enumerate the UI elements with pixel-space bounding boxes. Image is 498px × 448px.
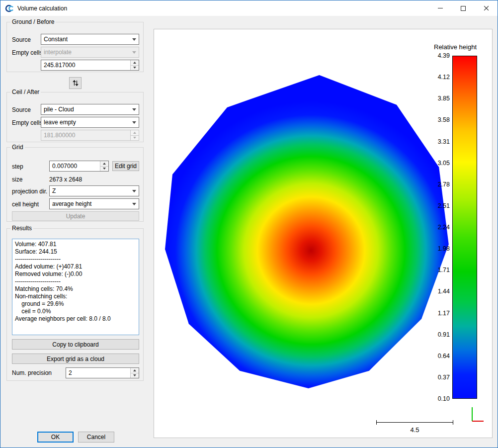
spinner-buttons[interactable] <box>130 368 139 378</box>
edit-grid-label: Edit grid <box>115 163 137 170</box>
color-scale-bar <box>452 56 477 399</box>
volume-calculation-dialog: Volume calculation Ground / Before Sourc… <box>0 0 498 448</box>
minimize-button[interactable] <box>429 0 452 16</box>
ceil-empty-cells-value: leave empty <box>41 119 130 126</box>
spin-up-icon <box>103 163 106 165</box>
scale-bar <box>376 422 453 423</box>
colorbar-tick: 0.10 <box>438 395 450 402</box>
spinner-buttons[interactable] <box>130 60 139 70</box>
colorbar-tick: 3.05 <box>438 160 450 167</box>
spinner-buttons[interactable] <box>100 161 108 171</box>
spinner-buttons <box>130 130 139 140</box>
export-grid-label: Export grid as a cloud <box>47 356 104 362</box>
ceil-source-value: pile - Cloud <box>41 106 130 113</box>
colorbar-tick: 3.31 <box>438 138 450 145</box>
num-precision-value: 2 <box>66 368 130 378</box>
grid-step-input[interactable]: 0.007000 <box>49 161 109 172</box>
projection-dir-label: projection dir. <box>12 188 47 195</box>
projection-dir-select[interactable]: Z <box>49 185 139 196</box>
grid-group: Grid step 0.007000 Edit grid size 2673 x… <box>6 147 144 222</box>
window-title: Volume calculation <box>17 5 67 12</box>
ground-source-value: Constant <box>41 36 130 43</box>
ceil-after-group: Ceil / After Source pile - Cloud Empty c… <box>6 92 144 142</box>
cell-height-select[interactable]: average height <box>49 198 139 209</box>
spin-up-icon <box>133 132 136 134</box>
minimize-icon <box>438 8 443 8</box>
spin-down-button[interactable] <box>100 167 108 172</box>
spin-down-icon <box>103 168 106 170</box>
chevron-down-icon <box>130 104 139 114</box>
ground-empty-cells-value: interpolate <box>41 49 130 56</box>
grid-group-title: Grid <box>10 144 25 151</box>
scale-bar-left-tick <box>376 420 377 425</box>
grid-size-label: size <box>12 176 22 183</box>
edit-grid-button[interactable]: Edit grid <box>112 161 139 171</box>
colorbar-tick: 1.17 <box>438 310 450 317</box>
spin-down-icon <box>133 374 136 376</box>
ground-empty-cells-label: Empty cells <box>12 49 42 56</box>
num-precision-label: Num. precision <box>12 369 52 376</box>
ceil-empty-cells-select[interactable]: leave empty <box>41 117 139 128</box>
chevron-down-icon <box>130 186 139 196</box>
ok-button[interactable]: OK <box>37 432 74 443</box>
spin-up-icon <box>133 369 136 371</box>
spin-down-button <box>131 136 139 141</box>
spin-down-button[interactable] <box>131 66 139 71</box>
colorbar-tick: 2.24 <box>438 224 450 231</box>
cell-height-label: cell height <box>12 201 39 208</box>
close-button[interactable] <box>475 0 498 16</box>
scale-bar-label: 4.5 <box>376 426 453 434</box>
colorbar-tick: 1.44 <box>438 288 450 295</box>
ground-empty-cells-select: interpolate <box>41 47 139 58</box>
maximize-button[interactable] <box>452 0 475 16</box>
ceil-constant-height-value: 181.800000 <box>41 130 130 140</box>
scale-bar-right-tick <box>453 420 453 425</box>
projection-dir-value: Z <box>50 187 130 194</box>
3d-viewport[interactable]: Relative height 4.39 4.12 3.85 3.58 3.31… <box>154 29 493 438</box>
ground-group-title: Ground / Before <box>10 18 56 25</box>
close-icon <box>484 5 489 11</box>
cell-height-value: average height <box>50 200 130 207</box>
chevron-down-icon <box>130 117 139 127</box>
spin-down-icon <box>133 137 136 139</box>
spin-down-icon <box>133 67 136 69</box>
spin-up-button[interactable] <box>100 161 108 167</box>
colorbar-tick: 0.37 <box>438 374 450 381</box>
cancel-button[interactable]: Cancel <box>78 432 114 443</box>
colorbar-title: Relative height <box>434 43 477 51</box>
ground-source-select[interactable]: Constant <box>41 34 139 45</box>
results-text-area[interactable]: Volume: 407.81 Surface: 244.15 ---------… <box>12 239 139 335</box>
colorbar-tick: 4.12 <box>438 74 450 81</box>
colorbar-tick: 0.64 <box>438 353 450 359</box>
chevron-down-icon <box>130 34 139 44</box>
chevron-down-icon <box>130 199 139 209</box>
ground-constant-height-value: 245.817000 <box>41 60 130 70</box>
update-button: Update <box>12 211 139 221</box>
grid-step-label: step <box>12 163 23 170</box>
grid-step-value: 0.007000 <box>50 161 100 171</box>
spin-down-button[interactable] <box>131 373 139 378</box>
window-controls <box>429 0 498 16</box>
swap-ground-ceil-button[interactable] <box>69 77 82 89</box>
ok-label: OK <box>51 434 60 441</box>
ceil-source-label: Source <box>12 106 31 113</box>
ground-constant-height-input[interactable]: 245.817000 <box>41 60 139 71</box>
num-precision-input[interactable]: 2 <box>66 367 139 378</box>
results-group-title: Results <box>10 225 33 232</box>
maximize-icon <box>461 6 466 11</box>
cloudcompare-logo-icon <box>4 4 14 12</box>
results-group: Results Volume: 407.81 Surface: 244.15 -… <box>6 228 144 381</box>
ceil-source-select[interactable]: pile - Cloud <box>41 104 139 115</box>
axis-indicator-icon <box>467 405 485 424</box>
spin-up-button[interactable] <box>131 60 139 66</box>
ceil-empty-cells-label: Empty cells <box>12 119 42 126</box>
chevron-down-icon <box>130 47 139 57</box>
colorbar-tick-labels: 4.39 4.12 3.85 3.58 3.31 3.05 2.78 2.51 … <box>408 52 450 402</box>
ceil-constant-height-input: 181.800000 <box>41 130 139 141</box>
colorbar-tick: 0.91 <box>438 331 450 338</box>
spin-up-button <box>131 130 139 136</box>
title-bar[interactable]: Volume calculation <box>0 0 498 16</box>
export-grid-button[interactable]: Export grid as a cloud <box>12 354 139 364</box>
copy-to-clipboard-button[interactable]: Copy to clipboard <box>12 339 139 350</box>
spin-up-button[interactable] <box>131 368 139 373</box>
